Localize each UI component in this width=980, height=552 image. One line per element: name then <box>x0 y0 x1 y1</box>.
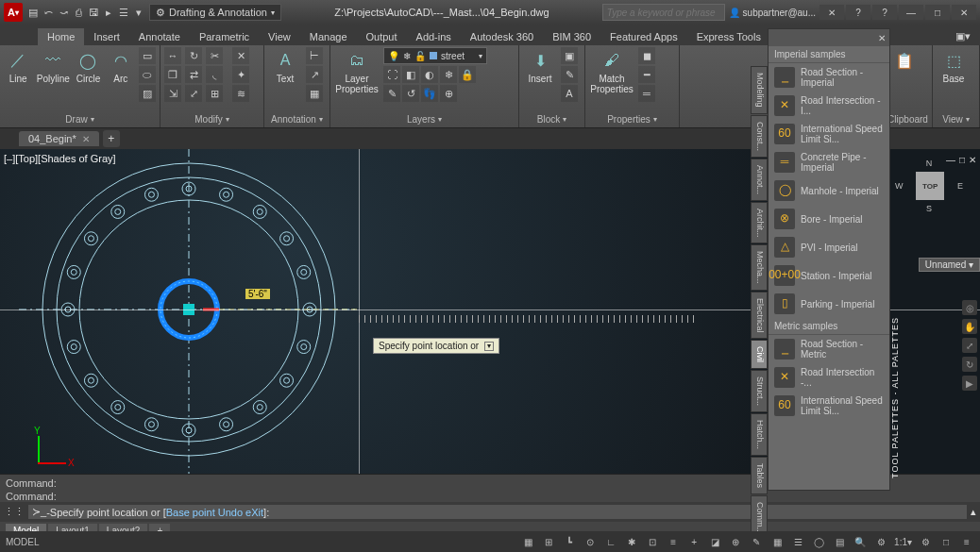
tab-manage[interactable]: Manage <box>300 28 357 45</box>
status-toggle-icon[interactable]: ⊕ <box>728 534 743 549</box>
status-toggle-icon[interactable]: ⊡ <box>645 534 660 549</box>
qat-new-icon[interactable]: ▤ <box>26 6 40 19</box>
text-button[interactable]: AText <box>268 47 302 86</box>
opt-exit[interactable]: eXit <box>245 507 263 518</box>
leader-icon[interactable]: ↗ <box>306 66 323 83</box>
status-toggle-icon[interactable]: ▤ <box>832 534 847 549</box>
palette-item[interactable]: △PVI - Imperial <box>769 233 889 261</box>
panel-title-modify[interactable]: Modify ▾ <box>164 113 260 125</box>
layer-merge-icon[interactable]: ⊕ <box>440 85 457 102</box>
palette-tab[interactable]: Struct... <box>751 370 768 412</box>
arc-button[interactable]: ◠Arc <box>107 47 135 86</box>
ellipse-icon[interactable]: ⬭ <box>139 66 156 83</box>
palette-tab[interactable]: Annot... <box>751 159 768 201</box>
palette-item[interactable]: 60International Speed Limit Si... <box>769 120 889 148</box>
panel-title-annotation[interactable]: Annotation ▾ <box>268 113 326 125</box>
palette-title-bar[interactable]: TOOL PALETTES - ALL PALETTES <box>890 317 904 480</box>
viewcube[interactable]: N WTOPE S <box>895 159 963 213</box>
opt-basepoint[interactable]: Base point <box>166 507 215 518</box>
status-toggle-icon[interactable]: ▦ <box>520 534 535 549</box>
hatch-icon[interactable]: ▨ <box>139 85 156 102</box>
fillet-icon[interactable]: ◟ <box>206 66 223 83</box>
palette-tab[interactable]: Mecha... <box>751 244 768 291</box>
status-toggle-icon[interactable]: ⊙ <box>583 534 598 549</box>
erase-icon[interactable]: ✕ <box>232 47 249 64</box>
cmdline-handle-icon[interactable]: ⋮⋮ <box>4 506 25 518</box>
qat-save-icon[interactable]: 🖫 <box>87 6 100 19</box>
prompt-dropdown-icon[interactable]: ▾ <box>484 342 494 351</box>
status-toggle-icon[interactable]: ⚙ <box>873 534 888 549</box>
opt-undo[interactable]: Undo <box>218 507 243 518</box>
match-props-button[interactable]: 🖌Match Properties <box>589 47 634 96</box>
paste-button[interactable]: 📋 <box>887 47 921 74</box>
palette-item[interactable]: ✕Road Intersection -... <box>769 363 889 392</box>
status-toggle-icon[interactable]: ∟ <box>603 534 618 549</box>
stretch-icon[interactable]: ⇲ <box>164 85 181 102</box>
palette-item[interactable]: ⎯Road Section - Imperial <box>769 63 889 92</box>
orbit-icon[interactable]: ↻ <box>962 357 977 372</box>
layer-dropdown[interactable]: 💡❄🔓street▾ <box>383 47 487 64</box>
move-icon[interactable]: ↔ <box>164 47 181 64</box>
edit-block-icon[interactable]: ✎ <box>561 66 578 83</box>
pan-icon[interactable]: ✋ <box>962 319 977 334</box>
status-toggle-icon[interactable]: ≡ <box>666 534 681 549</box>
offset-icon[interactable]: ≋ <box>232 85 249 102</box>
rotate-icon[interactable]: ↻ <box>185 47 202 64</box>
linetype-icon[interactable]: ━ <box>638 66 655 83</box>
help-icon[interactable]: ? <box>872 5 897 20</box>
polyline-button[interactable]: 〰Polyline <box>36 47 70 86</box>
viewcube-top[interactable]: TOP <box>916 172 944 200</box>
status-toggle-icon[interactable]: ◯ <box>811 534 826 549</box>
tab-annotate[interactable]: Annotate <box>129 28 190 45</box>
status-toggle-icon[interactable]: ▦ <box>769 534 785 549</box>
app-menu-icon[interactable]: A▾ <box>4 3 23 22</box>
vp-close-icon[interactable]: ✕ <box>969 155 976 165</box>
array-icon[interactable]: ⊞ <box>206 85 223 102</box>
lineweight-icon[interactable]: ═ <box>638 85 655 102</box>
status-toggle-icon[interactable]: ✎ <box>749 534 764 549</box>
status-custom-icon[interactable]: ≡ <box>959 534 974 549</box>
table-icon[interactable]: ▦ <box>306 85 323 102</box>
tab-addins[interactable]: Add-ins <box>407 28 461 45</box>
palette-tab[interactable]: Hatch... <box>751 413 768 456</box>
palette-close-icon[interactable]: ✕ <box>878 33 886 43</box>
steering-wheel-icon[interactable]: ◎ <box>962 300 977 315</box>
tab-view[interactable]: View <box>259 28 300 45</box>
qat-undo-icon[interactable]: ⤺ <box>42 6 55 19</box>
zoom-extents-icon[interactable]: ⤢ <box>962 338 977 353</box>
status-toggle-icon[interactable]: ⊞ <box>541 534 556 549</box>
palette-tab[interactable]: Tables <box>751 457 768 494</box>
status-model[interactable]: MODEL <box>6 537 40 547</box>
tab-bim360[interactable]: BIM 360 <box>543 28 600 45</box>
palette-item[interactable]: ▯Parking - Imperial <box>769 290 889 318</box>
layer-match-icon[interactable]: ✎ <box>383 85 400 102</box>
layer-off-icon[interactable]: ◐ <box>421 66 438 83</box>
palette-item[interactable]: ◯Manhole - Imperial <box>769 176 889 205</box>
panel-title-draw[interactable]: Draw ▾ <box>4 113 156 125</box>
palette-tab[interactable]: Civil <box>751 340 768 369</box>
qat-play-icon[interactable]: ▸ <box>102 6 115 19</box>
line-button[interactable]: ／Line <box>4 47 32 86</box>
qat-print-icon[interactable]: ⎙ <box>72 6 85 19</box>
copy-icon[interactable]: ❐ <box>164 66 181 83</box>
tab-home[interactable]: Home <box>38 28 84 45</box>
tab-featured[interactable]: Featured Apps <box>600 28 687 45</box>
palette-item[interactable]: 00+00Station - Imperial <box>769 261 889 290</box>
layer-properties-button[interactable]: 🗂Layer Properties <box>334 47 380 96</box>
maximize-icon[interactable]: □ <box>925 5 950 20</box>
anno-scale[interactable]: 1:1▾ <box>894 537 912 547</box>
status-toggle-icon[interactable]: ✱ <box>624 534 639 549</box>
color-icon[interactable]: ◼ <box>638 47 655 64</box>
palette-tab[interactable]: Modeling <box>751 66 768 114</box>
layer-state-icon[interactable]: ⛶ <box>383 66 400 83</box>
trim-icon[interactable]: ✂ <box>206 47 223 64</box>
status-toggle-icon[interactable]: + <box>686 534 701 549</box>
panel-title-properties[interactable]: Properties ▾ <box>589 113 675 125</box>
palette-tab[interactable]: Const... <box>751 115 768 158</box>
layer-freeze-icon[interactable]: ❄ <box>440 66 457 83</box>
status-toggle-icon[interactable]: ┗ <box>562 534 577 549</box>
circle-button[interactable]: ◯Circle <box>74 47 102 86</box>
attribute-icon[interactable]: A <box>561 85 578 102</box>
signin-user[interactable]: 👤 subpartner@au... <box>729 8 816 18</box>
new-tab-button[interactable]: + <box>103 130 120 147</box>
